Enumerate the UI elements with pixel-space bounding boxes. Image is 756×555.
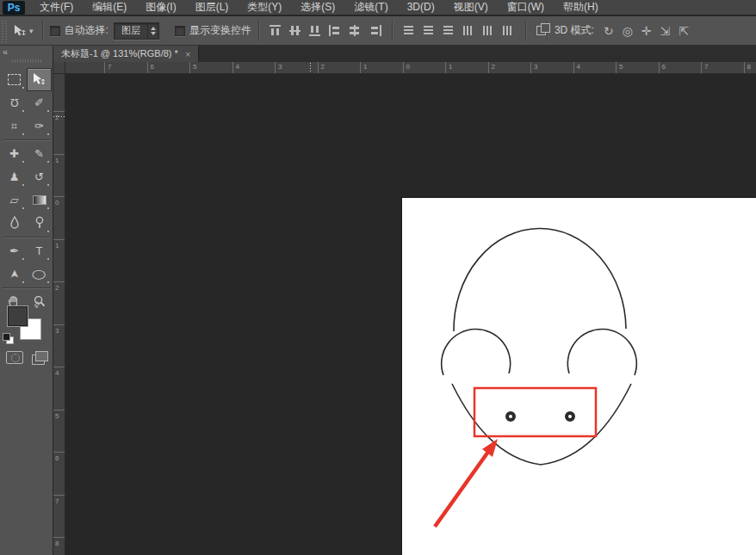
ruler-label: 3 <box>55 327 59 335</box>
align-horizontal-centers-icon[interactable] <box>349 25 362 36</box>
document-tab[interactable]: 未标题-1 @ 131%(RGB/8) * × <box>53 46 199 62</box>
3d-scale-icon[interactable]: ⇱ <box>679 24 689 38</box>
menu-item-5[interactable]: 选择(S) <box>291 0 344 15</box>
ruler-major-tick <box>53 196 65 197</box>
menu-item-10[interactable]: 帮助(H) <box>554 0 608 15</box>
separator <box>525 21 526 41</box>
pen-tool[interactable]: ✒ <box>2 239 27 262</box>
distribute-vertical-centers-icon[interactable] <box>423 25 436 36</box>
ruler-label: 1 <box>363 63 367 71</box>
blur-tool[interactable] <box>2 212 27 235</box>
3d-mode-buttons: ↻◎✛⇲⇱ <box>599 24 693 38</box>
menu-item-3[interactable]: 图层(L) <box>186 0 239 15</box>
ruler-cursor-position-marker <box>310 62 311 74</box>
ruler-label: 7 <box>55 497 59 505</box>
menu-item-0[interactable]: 文件(F) <box>30 0 83 15</box>
move-icon <box>32 72 46 88</box>
crop-tool[interactable]: ⌗ <box>2 114 27 138</box>
path-selection-tool[interactable]: ➤ <box>2 262 27 286</box>
distribute-right-edges-icon[interactable] <box>502 25 515 36</box>
quick-mask-mode-button[interactable] <box>6 351 23 364</box>
menu-item-6[interactable]: 滤镜(T) <box>344 0 397 15</box>
document-canvas[interactable] <box>402 198 756 555</box>
vertical-ruler[interactable]: 21012345678 <box>53 74 65 555</box>
ruler-corner[interactable] <box>53 62 65 74</box>
collapse-panel-icon[interactable]: « <box>3 46 8 57</box>
panel-grip[interactable] <box>12 59 41 63</box>
lasso-tool[interactable]: Ω <box>2 91 27 114</box>
left-ear-outline <box>442 330 511 375</box>
brush-tool[interactable]: ✎ <box>27 142 52 165</box>
ruler-major-tick <box>53 367 65 367</box>
options-bar-grip[interactable] <box>2 20 8 42</box>
auto-align-layers-button[interactable] <box>533 23 540 39</box>
tool-flyout-indicator <box>47 207 49 209</box>
align-bottom-edges-icon[interactable] <box>309 25 322 36</box>
ruler-major-tick <box>744 62 745 73</box>
rectangular-marquee-tool[interactable] <box>2 68 27 91</box>
tool-flyout-indicator <box>22 184 24 186</box>
menu-item-4[interactable]: 类型(Y) <box>238 0 291 15</box>
ruler-major-tick <box>53 239 65 240</box>
horizontal-ruler[interactable]: 7654321012345678 <box>65 62 756 74</box>
3d-mode-label: 3D 模式: <box>555 23 594 38</box>
distribute-top-edges-icon[interactable] <box>403 25 416 36</box>
menu-item-8[interactable]: 视图(V) <box>444 0 498 15</box>
history-brush-tool[interactable]: ↺ <box>27 165 52 188</box>
default-colors-icon[interactable] <box>3 333 12 342</box>
tool-flyout-indicator <box>47 258 49 260</box>
show-transform-checkbox[interactable] <box>175 26 185 36</box>
ruler-major-tick <box>104 62 105 73</box>
active-tool-indicator[interactable]: ▾ <box>13 24 34 37</box>
dropdown-spinner-icon[interactable] <box>147 23 158 39</box>
align-vertical-centers-icon[interactable] <box>289 25 302 36</box>
dodge-icon <box>34 216 46 231</box>
tool-grid: Ω✐⌗✑✚✎♟↺▱✒T➤◯ <box>2 68 52 313</box>
document-tab-title: 未标题-1 @ 131%(RGB/8) * <box>61 47 178 60</box>
ruler-label: 3 <box>534 63 537 71</box>
distribute-bottom-edges-icon[interactable] <box>443 25 455 36</box>
type-tool[interactable]: T <box>27 239 52 262</box>
menu-item-7[interactable]: 3D(D) <box>398 0 444 15</box>
auto-select-checkbox[interactable] <box>50 26 60 36</box>
ruler-major-tick <box>530 62 531 73</box>
tab-close-icon[interactable]: × <box>185 49 190 59</box>
canvas-artwork <box>402 198 756 555</box>
left-eye <box>507 413 514 420</box>
eraser-tool[interactable]: ▱ <box>2 188 27 212</box>
separator <box>392 21 393 41</box>
quick-selection-tool[interactable]: ✐ <box>27 91 52 114</box>
3d-roll-icon[interactable]: ◎ <box>623 24 633 38</box>
tool-flyout-indicator <box>47 231 49 232</box>
3d-slide-icon[interactable]: ⇲ <box>660 24 671 38</box>
align-right-edges-icon[interactable] <box>369 25 381 36</box>
screen-mode-button[interactable] <box>32 351 48 364</box>
3d-pan-icon[interactable]: ✛ <box>641 24 652 38</box>
distribute-left-edges-icon[interactable] <box>462 25 475 36</box>
foreground-color-swatch[interactable] <box>7 305 28 327</box>
right-eye <box>567 413 573 420</box>
gradient-tool[interactable] <box>27 188 52 212</box>
menu-item-9[interactable]: 窗口(W) <box>498 0 554 15</box>
move-tool-icon <box>13 24 27 37</box>
move-tool[interactable] <box>27 68 52 91</box>
align-left-edges-icon[interactable] <box>329 25 342 36</box>
align-top-edges-icon[interactable] <box>270 25 282 36</box>
clone-stamp-tool[interactable]: ♟ <box>2 165 27 188</box>
dodge-tool[interactable] <box>27 212 52 235</box>
ruler-major-tick <box>659 62 660 73</box>
menu-item-1[interactable]: 编辑(E) <box>83 0 136 15</box>
eyedropper-tool[interactable]: ✑ <box>27 114 52 138</box>
menu-item-2[interactable]: 图像(I) <box>136 0 185 15</box>
ruler-label: 5 <box>55 412 59 420</box>
pasteboard[interactable] <box>65 74 756 555</box>
auto-select-target-dropdown[interactable]: 图层 <box>114 22 159 40</box>
3d-rotate-icon[interactable]: ↻ <box>604 24 614 38</box>
document-tab-bar: 未标题-1 @ 131%(RGB/8) * × <box>53 46 756 62</box>
distribute-horizontal-centers-icon[interactable] <box>482 25 495 36</box>
spot-healing-brush-tool[interactable]: ✚ <box>2 142 27 165</box>
ruler-major-tick <box>53 281 65 282</box>
pen-icon: ✒ <box>9 245 19 256</box>
ellipse-shape-tool[interactable]: ◯ <box>27 262 52 286</box>
eraser-icon: ▱ <box>10 194 19 206</box>
